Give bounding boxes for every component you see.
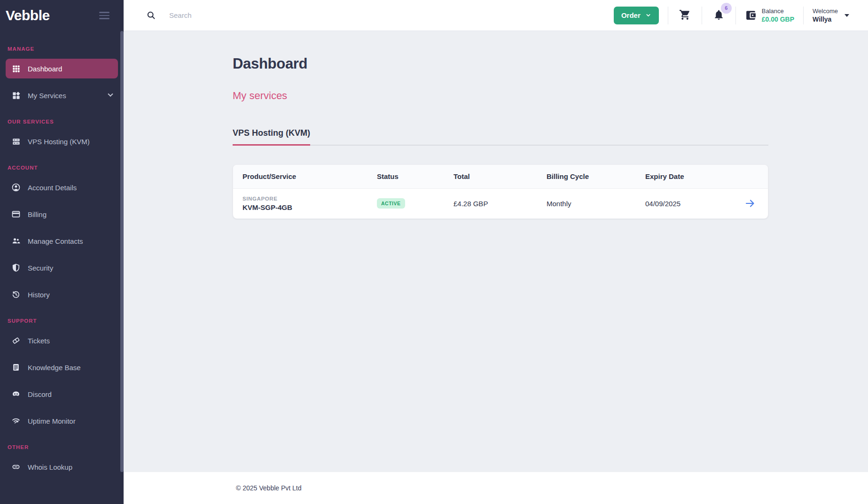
- notification-badge: 6: [721, 3, 732, 14]
- divider: [735, 7, 736, 24]
- menu-toggle-button[interactable]: [97, 10, 111, 21]
- row-arrow-icon[interactable]: [744, 198, 756, 209]
- sidebar-item-account-details[interactable]: Account Details: [6, 178, 118, 197]
- sidebar-item-label: Discord: [28, 390, 52, 398]
- sidebar-item-label: Dashboard: [28, 65, 62, 73]
- balance-widget[interactable]: Balance £0.00 GBP: [745, 8, 794, 23]
- column-header-billing-cycle: Billing Cycle: [547, 172, 645, 180]
- sidebar-item-label: Uptime Monitor: [28, 417, 76, 425]
- sidebar-item-label: Whois Lookup: [28, 463, 72, 471]
- page-content: Dashboard My services VPS Hosting (KVM) …: [124, 31, 868, 472]
- sidebar-item-label: Billing: [28, 210, 47, 218]
- sidebar-header: Vebble: [0, 0, 124, 31]
- notifications-button[interactable]: 6: [711, 7, 727, 24]
- service-total: £4.28 GBP: [454, 200, 547, 208]
- order-button-label: Order: [621, 11, 641, 19]
- link-icon: [11, 462, 21, 472]
- service-expiry-date: 04/09/2025: [645, 200, 737, 208]
- server-icon: [11, 137, 21, 146]
- brand-logo[interactable]: Vebble: [6, 8, 50, 23]
- search-icon: [146, 10, 156, 20]
- chevron-down-icon: [108, 92, 113, 97]
- sidebar-item-discord[interactable]: Discord: [6, 384, 118, 404]
- balance-label: Balance: [762, 8, 794, 15]
- sidebar-item-whois-lookup[interactable]: Whois Lookup: [6, 457, 118, 477]
- column-header-product-service: Product/Service: [242, 172, 377, 180]
- table-header-row: Product/Service Status Total Billing Cyc…: [233, 165, 768, 189]
- service-tabs: VPS Hosting (KVM): [233, 128, 768, 146]
- history-icon: [11, 290, 21, 299]
- sidebar-item-vps-hosting[interactable]: VPS Hosting (KVM): [6, 132, 118, 151]
- sidebar-item-knowledge-base[interactable]: Knowledge Base: [6, 357, 118, 377]
- divider: [803, 7, 804, 24]
- nav-section-manage: MANAGE Dashboard My Services: [6, 46, 118, 105]
- section-title: My services: [233, 90, 768, 102]
- hamburger-icon: [99, 12, 109, 13]
- tab-vps-hosting-kvm[interactable]: VPS Hosting (KVM): [233, 128, 310, 146]
- column-header-expiry-date: Expiry Date: [645, 172, 737, 180]
- sidebar-item-label: History: [28, 291, 50, 299]
- service-billing-cycle: Monthly: [547, 200, 645, 208]
- user-menu[interactable]: Welcome Willya: [813, 8, 849, 23]
- sidebar-nav: MANAGE Dashboard My Services OUR SERVICE: [0, 31, 124, 477]
- sidebar-item-label: Account Details: [28, 184, 77, 192]
- nav-section-label: SUPPORT: [8, 318, 116, 325]
- divider: [668, 7, 668, 24]
- caret-down-icon: [845, 14, 849, 17]
- page-footer: © 2025 Vebble Pvt Ltd: [124, 472, 868, 504]
- order-button[interactable]: Order: [614, 7, 659, 24]
- services-table: Product/Service Status Total Billing Cyc…: [233, 164, 768, 219]
- sidebar-scrollbar[interactable]: [120, 31, 124, 472]
- nav-section-label: OUR SERVICES: [8, 119, 116, 125]
- sidebar-item-label: Manage Contacts: [28, 237, 83, 245]
- wallet-icon: [745, 9, 757, 21]
- credit-card-icon: [11, 209, 21, 219]
- sidebar-item-uptime-monitor[interactable]: Uptime Monitor: [6, 411, 118, 431]
- nav-section-label: MANAGE: [8, 46, 116, 53]
- cart-icon: [679, 9, 691, 22]
- topbar-actions: Order 6: [614, 7, 849, 24]
- search-input[interactable]: [169, 11, 614, 19]
- sidebar-item-dashboard[interactable]: Dashboard: [6, 59, 118, 78]
- page-title: Dashboard: [233, 55, 768, 72]
- sidebar: Vebble MANAGE Dashboard My Service: [0, 0, 124, 504]
- status-badge: ACTIVE: [377, 198, 405, 209]
- nav-section-label: ACCOUNT: [8, 165, 116, 171]
- sidebar-item-label: VPS Hosting (KVM): [28, 138, 90, 146]
- uptime-icon: [11, 416, 21, 426]
- nav-section-account: ACCOUNT Account Details Billing: [6, 165, 118, 304]
- sidebar-item-tickets[interactable]: Tickets: [6, 331, 118, 350]
- nav-section-label: OTHER: [8, 444, 116, 451]
- sidebar-item-my-services[interactable]: My Services: [6, 85, 118, 105]
- people-icon: [11, 236, 21, 246]
- chevron-down-icon: [645, 12, 651, 18]
- nav-section-our-services: OUR SERVICES VPS Hosting (KVM): [6, 119, 118, 151]
- welcome-label: Welcome: [813, 8, 838, 15]
- sidebar-item-manage-contacts[interactable]: Manage Contacts: [6, 231, 118, 251]
- sidebar-item-label: Security: [28, 264, 53, 272]
- user-circle-icon: [11, 183, 21, 192]
- sidebar-item-billing[interactable]: Billing: [6, 204, 118, 224]
- service-name: KVM-SGP-4GB: [242, 203, 377, 211]
- discord-icon: [11, 389, 21, 399]
- service-location: SINGAPORE: [242, 196, 377, 202]
- widgets-icon: [11, 91, 21, 100]
- divider: [702, 7, 702, 24]
- copyright: © 2025 Vebble Pvt Ltd: [236, 484, 302, 492]
- sidebar-item-history[interactable]: History: [6, 285, 118, 304]
- app-window: Vebble MANAGE Dashboard My Service: [0, 0, 868, 504]
- balance-value: £0.00 GBP: [762, 16, 794, 23]
- column-header-total: Total: [454, 172, 547, 180]
- table-row[interactable]: SINGAPORE KVM-SGP-4GB ACTIVE £4.28 GBP M…: [233, 189, 768, 218]
- sidebar-item-security[interactable]: Security: [6, 258, 118, 278]
- nav-section-other: OTHER Whois Lookup: [6, 444, 118, 477]
- cart-button[interactable]: [677, 7, 693, 24]
- main-area: Order 6: [124, 0, 868, 504]
- sidebar-item-label: My Services: [28, 92, 66, 100]
- topbar: Order 6: [124, 0, 868, 31]
- document-icon: [11, 363, 21, 372]
- grid-icon: [11, 64, 21, 73]
- ticket-icon: [11, 336, 21, 345]
- username: Willya: [813, 16, 838, 23]
- shield-icon: [11, 263, 21, 272]
